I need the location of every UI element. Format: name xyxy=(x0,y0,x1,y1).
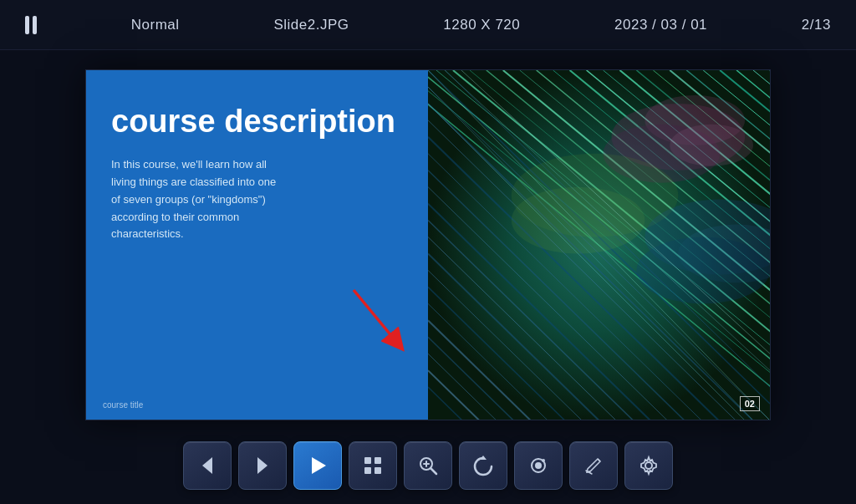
toolbar xyxy=(0,430,856,504)
slide-title: course description xyxy=(111,104,403,140)
slide-left-panel: course description In this course, we'll… xyxy=(86,70,428,420)
svg-point-75 xyxy=(535,462,542,469)
svg-point-76 xyxy=(542,459,545,462)
slide-footer: course title xyxy=(103,400,143,410)
main-content: course description In this course, we'll… xyxy=(0,50,856,430)
next-button[interactable] xyxy=(238,441,287,490)
svg-point-54 xyxy=(636,237,770,303)
svg-rect-67 xyxy=(364,467,371,474)
slide: course description In this course, we'll… xyxy=(86,70,770,420)
settings-button[interactable] xyxy=(624,441,673,490)
slide-position-label: 2/13 xyxy=(802,17,831,33)
zoom-in-button[interactable] xyxy=(404,441,452,490)
edit-button[interactable] xyxy=(569,441,618,490)
svg-rect-65 xyxy=(364,457,371,464)
svg-rect-66 xyxy=(374,457,381,464)
grid-view-button[interactable] xyxy=(349,441,397,490)
slide-number: 02 xyxy=(740,396,760,411)
slide-right-panel: 02 xyxy=(428,70,770,420)
mode-label: Normal xyxy=(131,17,180,33)
slide-container: course description In this course, we'll… xyxy=(85,69,771,420)
record-button[interactable] xyxy=(514,441,563,490)
date-label: 2023 / 03 / 01 xyxy=(614,17,707,33)
prev-button[interactable] xyxy=(183,441,232,490)
dimensions-label: 1280 X 720 xyxy=(443,17,520,33)
svg-line-70 xyxy=(431,468,436,474)
svg-line-77 xyxy=(598,459,600,461)
svg-marker-62 xyxy=(202,457,212,474)
svg-marker-64 xyxy=(312,457,326,474)
filename-label: Slide2.JPG xyxy=(273,17,349,33)
play-button[interactable] xyxy=(293,441,342,490)
slide-body: In this course, we'll learn how all livi… xyxy=(111,156,278,243)
svg-point-80 xyxy=(645,462,652,469)
pause-icon xyxy=(25,16,37,34)
rotate-button[interactable] xyxy=(459,441,507,490)
peacock-image xyxy=(428,70,770,420)
svg-rect-68 xyxy=(374,467,381,474)
svg-point-49 xyxy=(670,124,753,165)
top-bar: Normal Slide2.JPG 1280 X 720 2023 / 03 /… xyxy=(0,0,856,50)
svg-marker-63 xyxy=(257,457,268,474)
